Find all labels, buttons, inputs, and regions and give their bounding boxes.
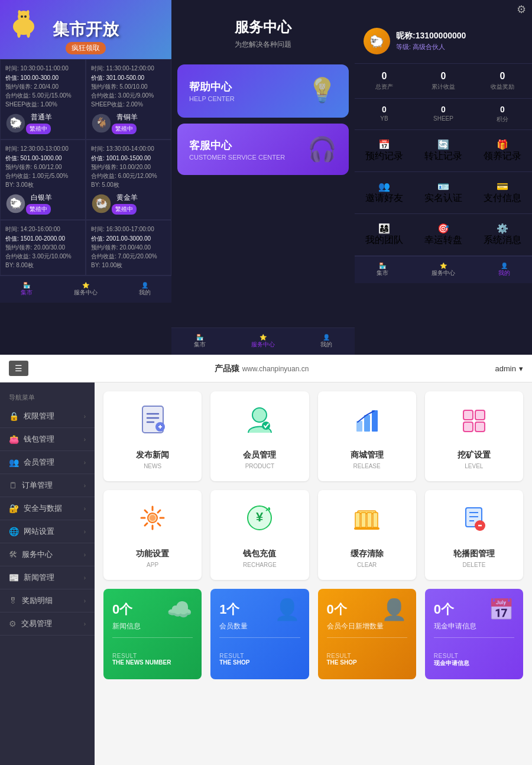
menu-transfer[interactable]: 🔄 转让记录 (414, 130, 473, 172)
id-icon: 🪪 (437, 181, 449, 192)
sidebar-item-news[interactable]: 📰 新闻管理 › (0, 566, 95, 589)
svg-rect-28 (463, 410, 473, 420)
sidebar-item-transactions[interactable]: ⚙ 交易管理 › (0, 612, 95, 636)
menu-verify[interactable]: 🪪 实名认证 (414, 172, 473, 214)
carousel-manage-icon (458, 502, 490, 542)
carousel-manage-title: 轮播图管理 (453, 549, 495, 559)
mining-settings-title: 挖矿设置 (458, 450, 491, 461)
cash-result: RESULT (434, 653, 514, 659)
nav-service-2[interactable]: ⭐ 服务中心 (251, 334, 275, 349)
nav-market-3[interactable]: 🏪 集市 (377, 262, 388, 277)
menu-payment[interactable]: 💳 支付信息 (473, 172, 532, 214)
svg-line-38 (158, 523, 160, 526)
nav-me[interactable]: 👤 我的 (139, 282, 151, 297)
svg-point-24 (262, 422, 270, 430)
stat-news-card[interactable]: ☁️ 0个 新闻信息 RESULT THE NEWS NUMBER (103, 589, 202, 679)
admin-user[interactable]: admin ▾ (495, 364, 523, 373)
sidebar-item-wallet[interactable]: 👛 钱包管理 › (0, 428, 95, 451)
lock-icon: 🔒 (9, 411, 19, 421)
member-manage-sub: PRODUCT (245, 463, 274, 469)
svg-point-41 (150, 515, 155, 521)
menu-lucky[interactable]: 🎯 幸运转盘 (414, 214, 473, 256)
market-card: 时间: 11:30:00-12:00:00 价值: 301.00-500.00 … (86, 59, 171, 140)
nav-service[interactable]: ⭐ 服务中心 (74, 282, 98, 297)
mining-settings-card[interactable]: 挖矿设置 LEVEL (425, 391, 523, 481)
chevron-right-icon: › (84, 621, 86, 627)
svg-rect-27 (372, 410, 378, 432)
svg-rect-30 (463, 422, 473, 432)
settings-icon[interactable]: ⚙ (517, 3, 526, 16)
sidebar-item-orders[interactable]: 🗒 订单管理 › (0, 474, 95, 497)
shop-manage-sub: RELEASE (353, 463, 381, 469)
function-settings-card[interactable]: 功能设置 APP (103, 490, 202, 580)
service-nav-icon: 🛠 (9, 550, 17, 559)
stat-members-card[interactable]: 👤 1个 会员数量 RESULT THE SHOP (210, 589, 309, 679)
stat-cash-card[interactable]: 📅 0个 现金申请信息 RESULT 现金申请信息 (425, 589, 523, 679)
sidebar-label: 导航菜单 (0, 388, 95, 405)
cash-stat-icon: 📅 (488, 598, 514, 622)
members-result: RESULT (219, 653, 300, 659)
menu-toggle-button[interactable]: ☰ (9, 361, 28, 376)
service-panel: 服务中心 为您解决各种问题 帮助中心 HELP CENTER 💡 客服中心 CU… (171, 0, 355, 355)
breed-button[interactable]: 繁殖中 (112, 204, 137, 215)
sidebar-item-service[interactable]: 🛠 服务中心 › (0, 543, 95, 566)
menu-team[interactable]: 👨‍👩‍👧 我的团队 (355, 214, 414, 256)
nav-service-3[interactable]: ⭐ 服务中心 (432, 262, 455, 277)
store-icon-2: 🏪 (196, 334, 203, 341)
dropdown-arrow-icon: ▾ (519, 364, 523, 373)
help-center-card[interactable]: 帮助中心 HELP CENTER 💡 (177, 64, 349, 118)
nav-me-2[interactable]: 👤 我的 (320, 334, 332, 349)
nav-market-2[interactable]: 🏪 集市 (194, 334, 206, 349)
wallet-icon: 👛 (9, 435, 19, 444)
shop-manage-card[interactable]: 商城管理 RELEASE (318, 391, 416, 481)
shop-manage-title: 商城管理 (351, 450, 384, 461)
svg-text:¥: ¥ (256, 510, 264, 524)
cache-clear-card[interactable]: 缓存清除 CLEAR (318, 490, 416, 580)
market-panel: 集市开放 疯狂领取 时间: 10:30:00-11:00:00 价值: 100.… (0, 0, 171, 355)
publish-news-title: 发布新闻 (136, 450, 169, 461)
breed-button[interactable]: 繁殖中 (26, 204, 51, 215)
menu-booking[interactable]: 📅 预约记录 (355, 130, 414, 172)
admin-card-grid-2: 功能设置 APP ¥ 钱包充值 RECHA (103, 490, 523, 580)
nav-me-3[interactable]: 👤 我的 (498, 262, 510, 277)
stat-new-members-card[interactable]: 👤 0个 会员今日新增数量 RESULT THE SHOP (318, 589, 416, 679)
sidebar-item-security[interactable]: 🔐 安全与数据 › (0, 497, 95, 520)
market-title: 集市开放 (53, 18, 119, 41)
nav-market[interactable]: 🏪 集市 (21, 282, 33, 297)
menu-adopt[interactable]: 🎁 领养记录 (473, 130, 532, 172)
sidebar-item-rewards[interactable]: 🎖 奖励明细 › (0, 589, 95, 612)
menu-system[interactable]: ⚙️ 系统消息 (473, 214, 532, 256)
cs-title: 客服中心 (189, 138, 285, 153)
carousel-manage-card[interactable]: 轮播图管理 DELETE (425, 490, 523, 580)
svg-rect-51 (373, 513, 378, 527)
wallet-recharge-icon: ¥ (244, 502, 276, 542)
chevron-right-icon: › (84, 505, 86, 512)
svg-rect-52 (354, 527, 379, 530)
rewards-icon: 🎖 (9, 596, 17, 605)
orders-icon: 🗒 (9, 481, 17, 490)
market-card: 时间: 14:20-16:00:00 价值: 1501.00-2000.00 预… (0, 220, 86, 275)
sidebar-item-permissions[interactable]: 🔒 权限管理 › (0, 405, 95, 428)
function-settings-icon (137, 502, 169, 542)
sidebar-item-settings[interactable]: 🌐 网站设置 › (0, 520, 95, 543)
svg-text:🐑: 🐑 (9, 197, 22, 210)
publish-news-card[interactable]: 发布新闻 NEWS (103, 391, 202, 481)
customer-service-card[interactable]: 客服中心 CUSTOMER SERVICE CENTER 🎧 (177, 124, 349, 175)
admin-section: ☰ 产品猿 www.chanpinyuan.cn admin ▾ 导航菜单 🔒 … (0, 355, 532, 765)
sidebar-item-members[interactable]: 👥 会员管理 › (0, 451, 95, 474)
breed-button[interactable]: 繁殖中 (112, 124, 137, 134)
service-icon: ⭐ (82, 282, 89, 289)
shop-manage-icon (351, 403, 383, 443)
chevron-right-icon: › (84, 575, 86, 581)
wallet-recharge-card[interactable]: ¥ 钱包充值 RECHARGE (210, 490, 309, 580)
breed-button[interactable]: 繁殖中 (26, 124, 51, 134)
menu-invite[interactable]: 👥 邀请好友 (355, 172, 414, 214)
wallet-recharge-sub: RECHARGE (243, 562, 277, 568)
member-manage-card[interactable]: 会员管理 PRODUCT (210, 391, 309, 481)
chevron-right-icon: › (84, 459, 86, 466)
cache-clear-sub: CLEAR (357, 562, 377, 568)
chevron-right-icon: › (84, 436, 86, 443)
svg-point-7 (27, 30, 30, 38)
wallet-recharge-title: 钱包充值 (243, 549, 276, 559)
svg-line-39 (158, 510, 160, 513)
